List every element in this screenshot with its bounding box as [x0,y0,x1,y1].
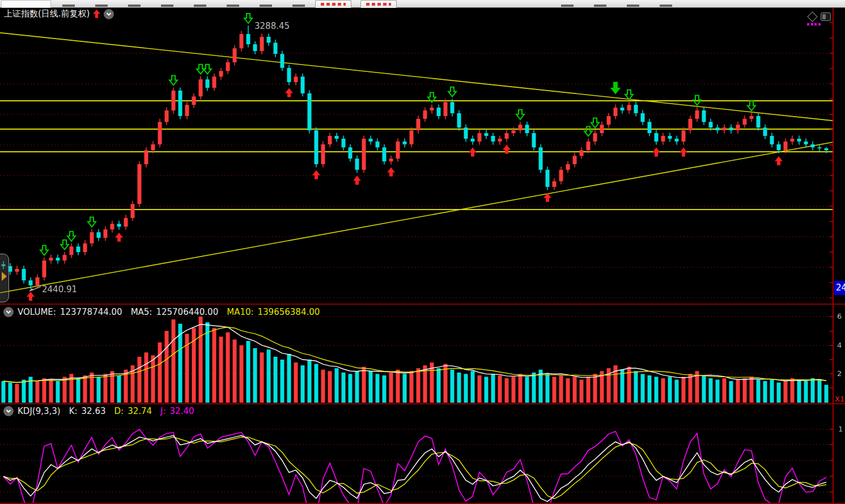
ma5-label: MA5: [131,307,152,317]
collapse-volume-icon[interactable] [3,307,14,317]
left-scroll-button[interactable] [0,254,9,302]
kdj-label: KDJ(9,3,3) [18,406,61,416]
index-title: 上证指数(日线.前复权) [4,8,90,19]
kdj-d-label: D: [114,406,124,416]
split-window-fill [822,14,826,19]
chart-canvas[interactable] [0,0,845,504]
left-scroll-arrow-icon [2,272,7,281]
collapse-kdj-icon[interactable] [3,406,14,416]
kdj-j-value: 32.40 [170,406,194,416]
split-window-icon[interactable] [821,12,831,21]
ma10-value: 139656384.00 [258,307,320,317]
up-arrow-icon [93,10,100,18]
diamond-tool-icon[interactable] [807,11,817,22]
kdj-d-value: 32.74 [128,406,152,416]
kdj-k-value: 32.63 [82,406,106,416]
ma10-label: MA10: [227,307,253,317]
ma5-value: 125706440.00 [156,307,218,317]
magenta-dots-indicator [807,23,821,25]
title-collapse-icon[interactable] [104,9,114,19]
volume-value: 123778744.00 [60,307,122,317]
kdj-k-label: K: [69,406,78,416]
volume-label: VOLUME: [18,307,56,317]
kdj-j-label: J: [160,406,165,416]
trading-terminal: 上证指数(日线.前复权) 3288.45 2440.91 24 6 4 2 X1… [0,0,845,504]
